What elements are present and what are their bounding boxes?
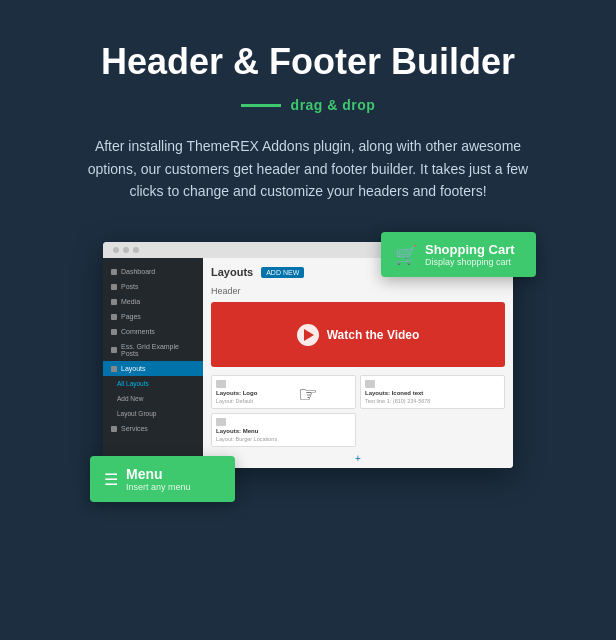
cart-icon: 🛒	[395, 244, 417, 266]
cart-text: Shopping Cart Display shopping cart	[425, 242, 515, 267]
sidebar-item-all-layouts[interactable]: All Layouts	[103, 376, 203, 391]
essgrid-icon	[111, 347, 117, 353]
all-layouts-label: All Layouts	[117, 380, 149, 387]
cart-subtitle: Display shopping cart	[425, 257, 515, 267]
description-text: After installing ThemeREX Addons plugin,…	[78, 135, 538, 202]
dashboard-icon	[111, 269, 117, 275]
sidebar-dashboard-label: Dashboard	[121, 268, 155, 275]
subtitle-text: drag & drop	[291, 97, 376, 113]
sidebar-item-services[interactable]: Services	[103, 421, 203, 436]
media-icon	[111, 299, 117, 305]
sidebar-item-essgrid[interactable]: Ess. Grid Example Posts	[103, 339, 203, 361]
grid-item-menu[interactable]: Layouts: Menu Layout: Burger Locations	[211, 413, 356, 447]
header-section-label: Header	[211, 286, 505, 296]
cart-title: Shopping Cart	[425, 242, 515, 257]
sidebar-item-dashboard[interactable]: Dashboard	[103, 264, 203, 279]
shopping-cart-popup[interactable]: 🛒 Shopping Cart Display shopping cart	[381, 232, 536, 277]
iconed-text-icon	[365, 380, 375, 388]
grid-item-iconed-text[interactable]: Layouts: Iconed text Text line 1: (810) …	[360, 375, 505, 409]
subtitle-line-decoration	[241, 104, 281, 107]
sidebar-pages-label: Pages	[121, 313, 141, 320]
add-new-button[interactable]: ADD NEW	[261, 267, 304, 278]
logo-layout-icon	[216, 380, 226, 388]
layouts-grid: Layouts: Logo Layout: Default Layouts: I…	[211, 375, 505, 466]
sidebar-item-comments[interactable]: Comments	[103, 324, 203, 339]
video-label: Watch the Video	[327, 328, 420, 342]
sidebar-item-pages[interactable]: Pages	[103, 309, 203, 324]
grid-item-logo[interactable]: Layouts: Logo Layout: Default	[211, 375, 356, 409]
sidebar-media-label: Media	[121, 298, 140, 305]
services-icon	[111, 426, 117, 432]
sidebar-services-label: Services	[121, 425, 148, 432]
sidebar-essgrid-label: Ess. Grid Example Posts	[121, 343, 195, 357]
pages-icon	[111, 314, 117, 320]
menu-text: Menu Insert any menu	[126, 466, 191, 492]
page-container: Header & Footer Builder drag & drop Afte…	[0, 0, 616, 640]
comments-icon	[111, 329, 117, 335]
layouts-page-title: Layouts	[211, 266, 253, 278]
mockup-wrapper: 🛒 Shopping Cart Display shopping cart Da…	[60, 232, 556, 512]
menu-popup-title: Menu	[126, 466, 191, 482]
sidebar-item-layouts[interactable]: Layouts	[103, 361, 203, 376]
sidebar-comments-label: Comments	[121, 328, 155, 335]
menu-popup-subtitle: Insert any menu	[126, 482, 191, 492]
posts-icon	[111, 284, 117, 290]
sidebar-layouts-label: Layouts	[121, 365, 146, 372]
admin-sidebar: Dashboard Posts Media Pages	[103, 258, 203, 468]
sidebar-item-add-new[interactable]: Add New	[103, 391, 203, 406]
menu-layout-icon	[216, 418, 226, 426]
layouts-icon	[111, 366, 117, 372]
browser-dot-3	[133, 247, 139, 253]
browser-content: Dashboard Posts Media Pages	[103, 258, 513, 468]
play-triangle-icon	[304, 329, 314, 341]
grid-item-menu-sub: Layout: Burger Locations	[216, 436, 351, 442]
grid-item-logo-title: Layouts: Logo	[216, 390, 351, 396]
add-new-label: Add New	[117, 395, 143, 402]
layout-group-label: Layout Group	[117, 410, 156, 417]
menu-hamburger-icon: ☰	[104, 470, 118, 489]
grid-item-menu-title: Layouts: Menu	[216, 428, 351, 434]
page-title: Header & Footer Builder	[101, 40, 515, 83]
sidebar-item-layout-group[interactable]: Layout Group	[103, 406, 203, 421]
grid-item-iconed-sub: Text line 1: (810) 234-5678	[365, 398, 500, 404]
browser-dot-1	[113, 247, 119, 253]
sidebar-posts-label: Posts	[121, 283, 139, 290]
sidebar-item-media[interactable]: Media	[103, 294, 203, 309]
video-area[interactable]: Watch the Video	[211, 302, 505, 367]
play-button[interactable]	[297, 324, 319, 346]
browser-dot-2	[123, 247, 129, 253]
menu-popup[interactable]: ☰ Menu Insert any menu	[90, 456, 235, 502]
sidebar-item-posts[interactable]: Posts	[103, 279, 203, 294]
add-layout-button[interactable]: +	[211, 451, 505, 466]
grid-item-iconed-title: Layouts: Iconed text	[365, 390, 500, 396]
subtitle-row: drag & drop	[241, 97, 376, 113]
grid-item-logo-sub: Layout: Default	[216, 398, 351, 404]
admin-main-area: Layouts ADD NEW Header Watch the Video	[203, 258, 513, 468]
